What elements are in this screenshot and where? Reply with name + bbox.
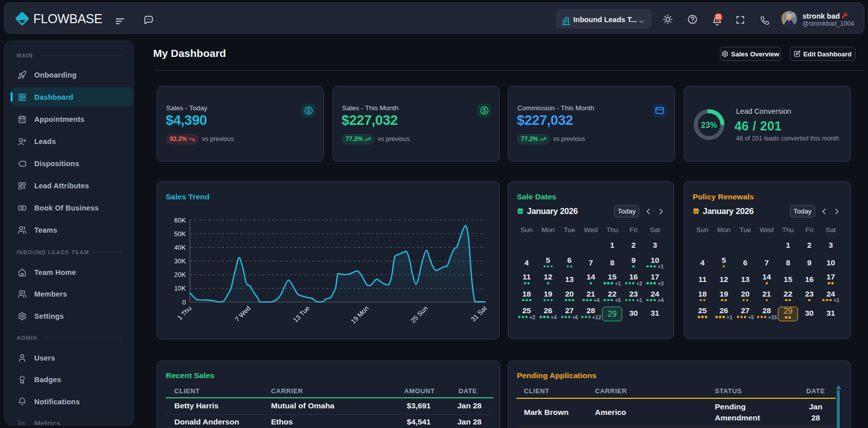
svg-text:25 Sun: 25 Sun	[409, 305, 429, 325]
svg-text:50K: 50K	[174, 230, 186, 238]
svg-text:31 Sat: 31 Sat	[470, 304, 488, 323]
svg-text:40K: 40K	[174, 244, 186, 251]
svg-text:0: 0	[182, 299, 186, 306]
svg-text:23%: 23%	[701, 121, 717, 129]
svg-text:10K: 10K	[174, 284, 186, 292]
svg-text:7 Wed: 7 Wed	[233, 305, 252, 323]
svg-text:30K: 30K	[174, 257, 186, 265]
svg-text:20K: 20K	[174, 271, 186, 278]
svg-text:60K: 60K	[174, 217, 186, 224]
svg-text:13 Tue: 13 Tue	[292, 305, 311, 324]
svg-text:1 Thu: 1 Thu	[176, 305, 193, 322]
svg-text:19 Mon: 19 Mon	[349, 305, 370, 325]
